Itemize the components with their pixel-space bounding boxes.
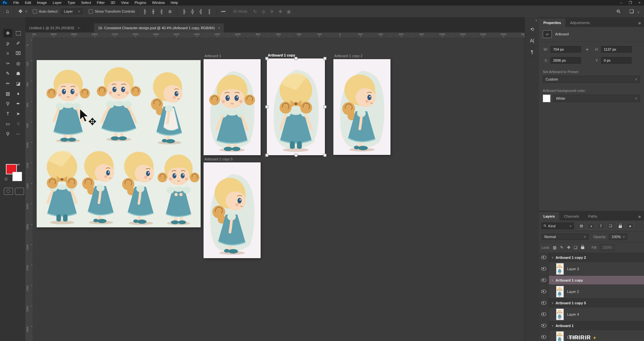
- align-left-edges-icon[interactable]: ╠: [180, 9, 188, 14]
- close-tab-icon[interactable]: ×: [218, 26, 220, 30]
- transform-handle[interactable]: [324, 57, 327, 60]
- visibility-toggle[interactable]: [539, 262, 549, 275]
- align-horizontal-centers-icon[interactable]: ╬: [188, 9, 197, 14]
- layer-group-row[interactable]: ∨Artboard 1 copy 2: [539, 253, 644, 262]
- x-field[interactable]: 2896 px: [551, 57, 581, 64]
- mixer-brush-tool[interactable]: ✏: [3, 79, 12, 88]
- visibility-toggle[interactable]: [539, 298, 549, 307]
- artboard-3[interactable]: [204, 162, 261, 258]
- menu-plugins[interactable]: Plugins: [131, 0, 149, 6]
- filter-type-layers-icon[interactable]: T: [597, 223, 605, 229]
- menu-image[interactable]: Image: [34, 0, 50, 6]
- swap-colors-icon[interactable]: ⇄: [17, 163, 19, 166]
- close-tab-icon[interactable]: ×: [78, 26, 80, 30]
- visibility-toggle[interactable]: [539, 276, 549, 284]
- pen-tool[interactable]: ✒: [14, 99, 23, 108]
- menu-file[interactable]: File: [10, 0, 22, 6]
- tab-layers[interactable]: Layers: [539, 212, 559, 221]
- eyedropper-tool[interactable]: ✑: [3, 59, 12, 68]
- canvas-area[interactable]: Artboard 1Artboard 1 copyArtboard 1 copy…: [32, 37, 525, 341]
- document-tab-0[interactable]: Untitled-1 @ 33.3% (RGB/8)×: [25, 23, 84, 32]
- search-icon[interactable]: ⚲: [614, 7, 623, 16]
- hand-tool[interactable]: ☟: [14, 120, 23, 128]
- align-vertical-centers-icon[interactable]: ╫: [149, 9, 157, 14]
- tab-adjustments[interactable]: Adjustments: [565, 19, 594, 27]
- minimize-button[interactable]: –: [617, 0, 626, 6]
- lock-position-icon[interactable]: ✥: [567, 245, 570, 250]
- menu-view[interactable]: View: [118, 0, 132, 6]
- collapse-group-icon[interactable]: ∨: [551, 279, 554, 282]
- align-right-edges-icon[interactable]: ╣: [197, 9, 205, 14]
- magic-wand-tool[interactable]: ◎: [14, 59, 23, 68]
- lock-all-icon[interactable]: [581, 245, 584, 250]
- layer-thumbnail[interactable]: [556, 331, 564, 341]
- horizontal-ruler[interactable]: 3000280026002400220020001800160014001200…: [32, 32, 525, 38]
- artboard-bg-dropdown[interactable]: White ∨: [553, 95, 640, 102]
- artboard-label[interactable]: Artboard 1 copy 2: [334, 54, 363, 58]
- path-selection-tool[interactable]: ➤: [14, 109, 23, 118]
- auto-select-target-dropdown[interactable]: Layer ∨: [61, 8, 83, 14]
- layer-filter-kind-dropdown[interactable]: ⚲ Kind ∨: [541, 222, 574, 229]
- close-button[interactable]: ×: [635, 0, 644, 6]
- transform-handle[interactable]: [324, 154, 327, 157]
- more-align-options-button[interactable]: •••: [219, 9, 228, 14]
- restore-button[interactable]: ❐: [626, 0, 635, 6]
- lock-pixels-icon[interactable]: ✎: [560, 245, 564, 250]
- gradient-tool[interactable]: ▧: [3, 89, 12, 98]
- lock-artboard-icon[interactable]: ❏: [574, 245, 577, 250]
- 3d-slide-icon[interactable]: ✤: [276, 9, 285, 14]
- chevron-down-icon[interactable]: ∨: [25, 10, 27, 13]
- artboard-1[interactable]: [267, 58, 325, 155]
- lock-transparency-icon[interactable]: ▨: [553, 245, 556, 250]
- transform-handle[interactable]: [324, 106, 327, 108]
- link-dimensions-icon[interactable]: ⚭: [584, 47, 591, 52]
- layer-group-row[interactable]: ∨Artboard 1: [539, 321, 644, 330]
- opacity-field[interactable]: 100% ∨: [609, 234, 627, 240]
- filter-adjustment-layers-icon[interactable]: ◑: [587, 223, 595, 229]
- tab-paths[interactable]: Paths: [584, 212, 602, 221]
- layer-group-row-selected[interactable]: ∨Artboard 1 copy: [539, 276, 644, 285]
- collapse-group-icon[interactable]: ∨: [551, 324, 554, 327]
- layer-thumbnail[interactable]: [556, 309, 564, 320]
- move-tool[interactable]: ✥: [3, 29, 12, 37]
- artboard-0[interactable]: [204, 59, 261, 155]
- align-bottom-edges-icon[interactable]: ╢: [157, 9, 166, 14]
- tab-properties[interactable]: Properties: [539, 19, 565, 27]
- blend-mode-dropdown[interactable]: Normal ∨: [541, 234, 589, 240]
- eraser-tool[interactable]: ◪: [14, 79, 23, 88]
- preset-dropdown[interactable]: Custom ∨: [543, 76, 640, 83]
- layer-group-row[interactable]: ∨Artboard 1 copy 5: [539, 298, 644, 308]
- paragraph-panel-icon[interactable]: ¶: [525, 46, 539, 58]
- layer-row[interactable]: Layer 2: [539, 285, 644, 298]
- object-selection-tool[interactable]: ✐: [14, 39, 23, 47]
- menu-type[interactable]: Type: [65, 0, 78, 6]
- screen-mode-button[interactable]: [15, 188, 24, 195]
- width-field[interactable]: 704 px: [551, 46, 581, 53]
- panel-menu-icon[interactable]: ≡: [638, 21, 644, 27]
- distribute-horizontally-icon[interactable]: ║: [205, 9, 214, 14]
- menu-window[interactable]: Window: [149, 0, 168, 6]
- visibility-toggle[interactable]: [539, 308, 549, 321]
- marquee-tool[interactable]: [14, 29, 23, 37]
- auto-select-checkbox[interactable]: [33, 9, 37, 14]
- transform-handle[interactable]: [266, 57, 268, 60]
- blur-tool[interactable]: ♦: [14, 89, 23, 98]
- filter-shape-layers-icon[interactable]: ❏: [607, 223, 614, 229]
- collapse-group-icon[interactable]: ∨: [551, 256, 554, 259]
- vertical-ruler[interactable]: 0200400600800100012001400160018002000220…: [25, 37, 33, 341]
- rectangle-tool[interactable]: ▭: [3, 120, 12, 128]
- layer-row[interactable]: Layer 4: [539, 308, 644, 321]
- artboard-label[interactable]: Artboard 1: [204, 54, 221, 58]
- transform-handle[interactable]: [266, 154, 268, 157]
- reference-image-layer[interactable]: [37, 60, 201, 227]
- lasso-tool[interactable]: ρ: [3, 39, 12, 47]
- 3d-camera-icon[interactable]: ▣: [285, 9, 293, 14]
- distribute-vertically-icon[interactable]: ≣: [166, 9, 174, 14]
- expand-panels-icon[interactable]: «: [535, 19, 537, 22]
- height-field[interactable]: 1137 px: [601, 46, 632, 53]
- crop-tool[interactable]: ⌗: [3, 49, 12, 57]
- dodge-tool[interactable]: ⚲: [3, 99, 12, 108]
- quick-mask-button[interactable]: [4, 188, 13, 195]
- menu-edit[interactable]: Edit: [22, 0, 34, 6]
- layer-thumbnail[interactable]: [556, 263, 564, 275]
